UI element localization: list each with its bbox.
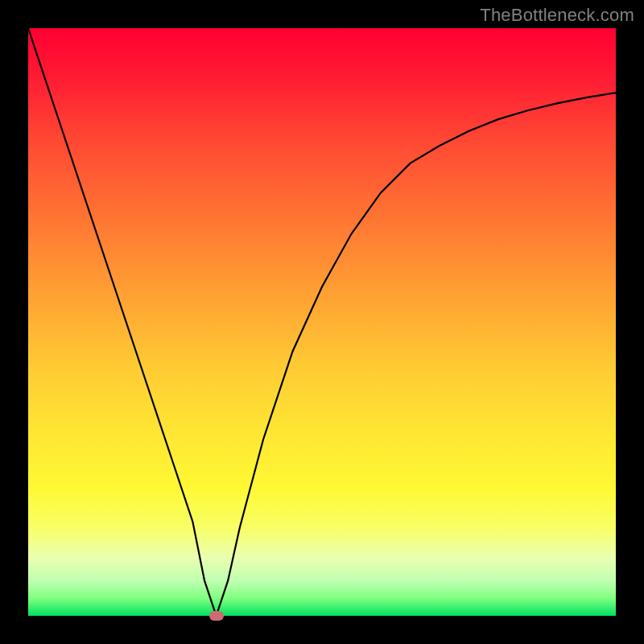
- bottleneck-curve: [28, 28, 616, 616]
- minimum-marker-icon: [209, 611, 224, 621]
- plot-area: [28, 28, 616, 616]
- watermark-text: TheBottleneck.com: [480, 5, 634, 26]
- chart-frame: TheBottleneck.com: [0, 0, 644, 644]
